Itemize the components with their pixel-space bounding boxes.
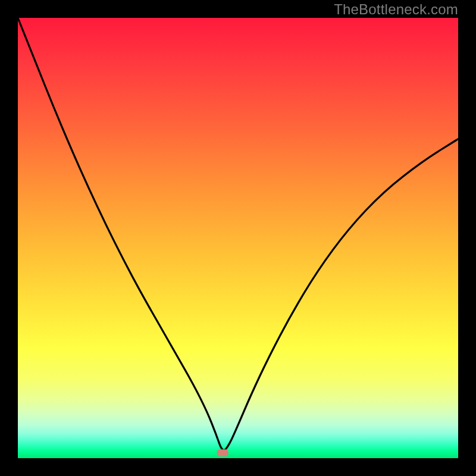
curve-line xyxy=(18,18,458,450)
bottleneck-curve xyxy=(18,18,458,458)
watermark-text: TheBottleneck.com xyxy=(334,1,458,18)
optimum-marker xyxy=(217,449,228,456)
chart-frame: TheBottleneck.com xyxy=(0,0,476,476)
plot-area xyxy=(18,18,458,458)
